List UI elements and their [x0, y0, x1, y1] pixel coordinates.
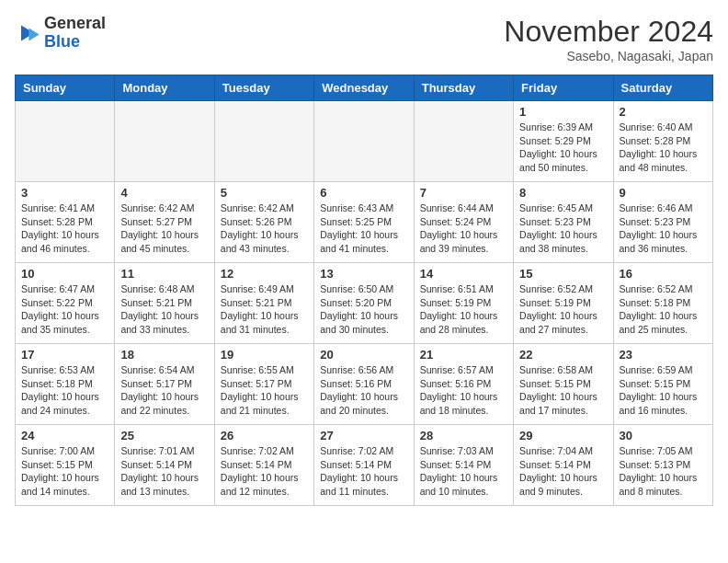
day-info: Sunrise: 6:50 AM Sunset: 5:20 PM Dayligh…	[320, 282, 407, 337]
calendar-table: SundayMondayTuesdayWednesdayThursdayFrid…	[15, 75, 713, 506]
week-row-1: 1Sunrise: 6:39 AM Sunset: 5:29 PM Daylig…	[16, 101, 713, 182]
week-row-4: 17Sunrise: 6:53 AM Sunset: 5:18 PM Dayli…	[16, 344, 713, 425]
day-number: 21	[420, 348, 507, 362]
week-row-2: 3Sunrise: 6:41 AM Sunset: 5:28 PM Daylig…	[16, 182, 713, 263]
day-info: Sunrise: 6:57 AM Sunset: 5:16 PM Dayligh…	[420, 363, 507, 418]
day-info: Sunrise: 6:52 AM Sunset: 5:18 PM Dayligh…	[620, 282, 707, 337]
day-number: 12	[221, 267, 308, 281]
calendar-cell: 18Sunrise: 6:54 AM Sunset: 5:17 PM Dayli…	[115, 344, 214, 425]
day-info: Sunrise: 6:55 AM Sunset: 5:17 PM Dayligh…	[221, 363, 308, 418]
calendar-cell: 19Sunrise: 6:55 AM Sunset: 5:17 PM Dayli…	[214, 344, 313, 425]
calendar-cell	[115, 101, 214, 182]
calendar-cell: 5Sunrise: 6:42 AM Sunset: 5:26 PM Daylig…	[214, 182, 313, 263]
day-info: Sunrise: 6:53 AM Sunset: 5:18 PM Dayligh…	[21, 363, 108, 418]
title-block: November 2024 Sasebo, Nagasaki, Japan	[504, 15, 713, 63]
day-info: Sunrise: 6:41 AM Sunset: 5:28 PM Dayligh…	[21, 201, 108, 256]
weekday-header-saturday: Saturday	[613, 75, 712, 101]
day-number: 29	[519, 429, 607, 442]
day-info: Sunrise: 6:48 AM Sunset: 5:21 PM Dayligh…	[120, 282, 208, 337]
calendar-cell: 6Sunrise: 6:43 AM Sunset: 5:25 PM Daylig…	[314, 182, 414, 263]
calendar-cell: 28Sunrise: 7:03 AM Sunset: 5:14 PM Dayli…	[414, 425, 513, 506]
calendar-cell: 3Sunrise: 6:41 AM Sunset: 5:28 PM Daylig…	[16, 182, 115, 263]
logo-icon	[15, 20, 40, 46]
weekday-header-sunday: Sunday	[16, 75, 115, 101]
day-number: 7	[420, 186, 507, 200]
day-info: Sunrise: 7:04 AM Sunset: 5:14 PM Dayligh…	[519, 444, 607, 499]
calendar-cell: 26Sunrise: 7:02 AM Sunset: 5:14 PM Dayli…	[214, 425, 313, 506]
day-info: Sunrise: 7:02 AM Sunset: 5:14 PM Dayligh…	[221, 444, 308, 499]
day-info: Sunrise: 7:02 AM Sunset: 5:14 PM Dayligh…	[320, 444, 407, 499]
calendar-cell: 4Sunrise: 6:42 AM Sunset: 5:27 PM Daylig…	[115, 182, 214, 263]
calendar-cell: 10Sunrise: 6:47 AM Sunset: 5:22 PM Dayli…	[16, 263, 115, 344]
day-number: 8	[519, 186, 607, 200]
calendar-cell: 27Sunrise: 7:02 AM Sunset: 5:14 PM Dayli…	[314, 425, 414, 506]
logo-blue: Blue	[44, 32, 80, 51]
calendar-cell: 21Sunrise: 6:57 AM Sunset: 5:16 PM Dayli…	[414, 344, 513, 425]
day-number: 18	[120, 348, 208, 362]
calendar-cell: 22Sunrise: 6:58 AM Sunset: 5:15 PM Dayli…	[514, 344, 613, 425]
day-info: Sunrise: 6:40 AM Sunset: 5:28 PM Dayligh…	[620, 121, 707, 175]
calendar-cell: 25Sunrise: 7:01 AM Sunset: 5:14 PM Dayli…	[115, 425, 214, 506]
day-number: 27	[320, 429, 407, 442]
day-info: Sunrise: 6:44 AM Sunset: 5:24 PM Dayligh…	[420, 201, 507, 256]
day-info: Sunrise: 6:58 AM Sunset: 5:15 PM Dayligh…	[519, 363, 607, 418]
day-info: Sunrise: 6:56 AM Sunset: 5:16 PM Dayligh…	[320, 363, 407, 418]
calendar-cell: 7Sunrise: 6:44 AM Sunset: 5:24 PM Daylig…	[414, 182, 513, 263]
calendar-cell: 9Sunrise: 6:46 AM Sunset: 5:23 PM Daylig…	[613, 182, 712, 263]
weekday-header-thursday: Thursday	[414, 75, 513, 101]
weekday-header-tuesday: Tuesday	[214, 75, 313, 101]
day-number: 14	[420, 267, 507, 281]
calendar-cell: 8Sunrise: 6:45 AM Sunset: 5:23 PM Daylig…	[514, 182, 613, 263]
calendar-cell: 14Sunrise: 6:51 AM Sunset: 5:19 PM Dayli…	[414, 263, 513, 344]
calendar-cell: 16Sunrise: 6:52 AM Sunset: 5:18 PM Dayli…	[613, 263, 712, 344]
day-info: Sunrise: 6:59 AM Sunset: 5:15 PM Dayligh…	[620, 363, 707, 418]
day-number: 28	[420, 429, 507, 442]
calendar-cell: 23Sunrise: 6:59 AM Sunset: 5:15 PM Dayli…	[613, 344, 712, 425]
calendar-cell	[16, 101, 115, 182]
day-number: 22	[519, 348, 607, 362]
calendar-cell: 30Sunrise: 7:05 AM Sunset: 5:13 PM Dayli…	[613, 425, 712, 506]
page-header: General Blue November 2024 Sasebo, Nagas…	[15, 15, 713, 63]
day-number: 30	[620, 429, 707, 442]
day-number: 5	[221, 186, 308, 200]
day-number: 16	[620, 267, 707, 281]
calendar-cell: 20Sunrise: 6:56 AM Sunset: 5:16 PM Dayli…	[314, 344, 414, 425]
day-info: Sunrise: 6:52 AM Sunset: 5:19 PM Dayligh…	[519, 282, 607, 337]
day-number: 17	[21, 348, 108, 362]
day-info: Sunrise: 7:05 AM Sunset: 5:13 PM Dayligh…	[620, 444, 707, 499]
logo-general: General	[44, 14, 106, 32]
day-number: 2	[620, 105, 707, 119]
week-row-5: 24Sunrise: 7:00 AM Sunset: 5:15 PM Dayli…	[16, 425, 713, 506]
day-number: 6	[320, 186, 407, 200]
calendar-cell	[414, 101, 513, 182]
day-number: 24	[21, 429, 108, 442]
day-info: Sunrise: 6:51 AM Sunset: 5:19 PM Dayligh…	[420, 282, 507, 337]
calendar-cell	[214, 101, 313, 182]
location: Sasebo, Nagasaki, Japan	[504, 49, 713, 63]
day-info: Sunrise: 6:43 AM Sunset: 5:25 PM Dayligh…	[320, 201, 407, 256]
weekday-header-friday: Friday	[514, 75, 613, 101]
calendar-cell	[314, 101, 414, 182]
day-info: Sunrise: 7:00 AM Sunset: 5:15 PM Dayligh…	[21, 444, 108, 499]
calendar-cell: 13Sunrise: 6:50 AM Sunset: 5:20 PM Dayli…	[314, 263, 414, 344]
day-info: Sunrise: 6:46 AM Sunset: 5:23 PM Dayligh…	[620, 201, 707, 256]
day-info: Sunrise: 6:45 AM Sunset: 5:23 PM Dayligh…	[519, 201, 607, 256]
calendar-cell: 29Sunrise: 7:04 AM Sunset: 5:14 PM Dayli…	[514, 425, 613, 506]
day-info: Sunrise: 7:01 AM Sunset: 5:14 PM Dayligh…	[120, 444, 208, 499]
month-title: November 2024	[504, 15, 713, 49]
day-number: 9	[620, 186, 707, 200]
calendar-cell: 15Sunrise: 6:52 AM Sunset: 5:19 PM Dayli…	[514, 263, 613, 344]
day-info: Sunrise: 6:39 AM Sunset: 5:29 PM Dayligh…	[519, 121, 607, 175]
day-number: 10	[21, 267, 108, 281]
calendar-cell: 2Sunrise: 6:40 AM Sunset: 5:28 PM Daylig…	[613, 101, 712, 182]
day-info: Sunrise: 6:42 AM Sunset: 5:26 PM Dayligh…	[221, 201, 308, 256]
day-info: Sunrise: 6:49 AM Sunset: 5:21 PM Dayligh…	[221, 282, 308, 337]
day-number: 4	[120, 186, 208, 200]
calendar-cell: 17Sunrise: 6:53 AM Sunset: 5:18 PM Dayli…	[16, 344, 115, 425]
weekday-header-row: SundayMondayTuesdayWednesdayThursdayFrid…	[16, 75, 713, 101]
day-info: Sunrise: 7:03 AM Sunset: 5:14 PM Dayligh…	[420, 444, 507, 499]
calendar-cell: 1Sunrise: 6:39 AM Sunset: 5:29 PM Daylig…	[514, 101, 613, 182]
day-number: 11	[120, 267, 208, 281]
calendar-cell: 11Sunrise: 6:48 AM Sunset: 5:21 PM Dayli…	[115, 263, 214, 344]
day-info: Sunrise: 6:42 AM Sunset: 5:27 PM Dayligh…	[120, 201, 208, 256]
